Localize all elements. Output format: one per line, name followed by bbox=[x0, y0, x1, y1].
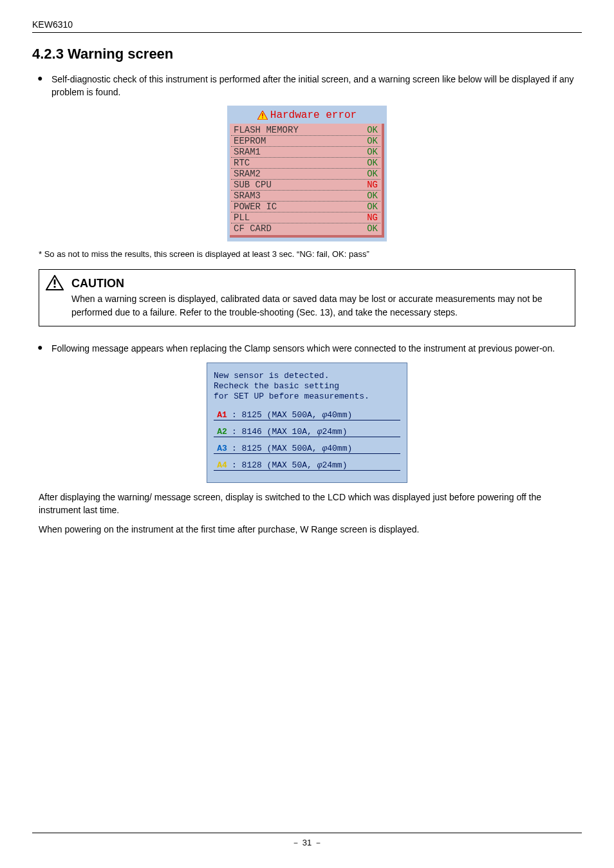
svg-rect-1 bbox=[262, 113, 263, 117]
hw-item-name: EEPROM bbox=[234, 136, 266, 146]
page-number: － 31 － bbox=[32, 837, 582, 849]
hw-item-name: PLL bbox=[234, 212, 250, 223]
hw-item-name: CF CARD bbox=[234, 223, 272, 234]
page-footer: － 31 － bbox=[32, 833, 582, 849]
sensor-row: A3: 8125 (MAX 500A, φ40mm) bbox=[214, 444, 400, 454]
hw-item-name: FLASH MEMORY bbox=[234, 125, 299, 135]
hw-row: PLLNG bbox=[231, 212, 380, 223]
hw-row: SUB CPUNG bbox=[231, 180, 380, 191]
sensor-row: A1: 8125 (MAX 500A, φ40mm) bbox=[214, 410, 400, 420]
hw-item-status: NG bbox=[367, 212, 378, 223]
svg-rect-4 bbox=[54, 279, 56, 285]
sensor-rows: A1: 8125 (MAX 500A, φ40mm)A2: 8146 (MAX … bbox=[214, 410, 400, 471]
caution-icon bbox=[46, 275, 71, 319]
sensor-channel: A4 bbox=[215, 460, 229, 470]
sensor-desc: : 8128 (MAX 50A, φ24mm) bbox=[232, 460, 347, 470]
bullet-item: ● Following message appears when replaci… bbox=[37, 342, 582, 355]
hw-caption: * So as not to miss the results, this sc… bbox=[39, 249, 575, 259]
hw-item-status: OK bbox=[367, 191, 378, 201]
hw-item-status: OK bbox=[367, 169, 378, 179]
hw-item-status: OK bbox=[367, 158, 378, 168]
hardware-error-title: Hardware error bbox=[230, 108, 384, 124]
hw-item-name: SRAM3 bbox=[234, 191, 261, 201]
close-quote: ” bbox=[366, 249, 369, 259]
section-number: 4.2.3 bbox=[32, 46, 64, 62]
svg-rect-2 bbox=[262, 117, 263, 118]
hw-item-name: SRAM2 bbox=[234, 169, 261, 179]
sensor-message: New sensor is detected. Recheck the basi… bbox=[214, 371, 400, 402]
hw-item-status: OK bbox=[367, 202, 378, 212]
hw-row: EEPROMOK bbox=[231, 136, 380, 147]
hw-item-name: SUB CPU bbox=[234, 180, 272, 190]
hw-caption-quote: NG: fail, OK: pass bbox=[299, 249, 366, 259]
footer-rule bbox=[32, 833, 582, 833]
bullet-text: Self-diagnostic check of this instrument… bbox=[51, 73, 582, 99]
hw-row: RTCOK bbox=[231, 158, 380, 169]
hw-item-status: OK bbox=[367, 125, 378, 135]
warning-icon bbox=[257, 111, 268, 120]
sensor-row: A4: 8128 (MAX 50A, φ24mm) bbox=[214, 460, 400, 471]
hw-row: FLASH MEMORYOK bbox=[231, 125, 380, 136]
hw-row: CF CARDOK bbox=[231, 223, 380, 234]
section-title-text: Warning screen bbox=[68, 46, 173, 62]
sensor-desc: : 8125 (MAX 500A, φ40mm) bbox=[232, 410, 352, 420]
hw-row: SRAM2OK bbox=[231, 169, 380, 180]
hw-item-status: OK bbox=[367, 223, 378, 234]
sensor-row: A2: 8146 (MAX 10A, φ24mm) bbox=[214, 427, 400, 437]
hw-item-status: NG bbox=[367, 180, 378, 190]
hw-row: SRAM3OK bbox=[231, 191, 380, 202]
sensor-desc: : 8125 (MAX 500A, φ40mm) bbox=[232, 444, 352, 453]
sensor-desc: : 8146 (MAX 10A, φ24mm) bbox=[232, 427, 347, 437]
hardware-error-screenshot: Hardware error FLASH MEMORYOKEEPROMOKSRA… bbox=[227, 106, 387, 241]
hw-item-status: OK bbox=[367, 147, 378, 157]
sensor-channel: A3 bbox=[215, 444, 229, 453]
after-note-1: After displaying the warning/ message sc… bbox=[39, 491, 575, 517]
after-note-2: When powering on the instrument at the f… bbox=[39, 523, 575, 536]
section-title: 4.2.3 Warning screen bbox=[32, 46, 582, 62]
hardware-error-table: FLASH MEMORYOKEEPROMOKSRAM1OKRTCOKSRAM2O… bbox=[230, 124, 384, 238]
hw-item-name: RTC bbox=[234, 158, 250, 168]
bullet-text: Following message appears when replacing… bbox=[51, 342, 582, 355]
caution-box: CAUTION When a warning screen is display… bbox=[39, 269, 575, 326]
bullet-item: ● Self-diagnostic check of this instrume… bbox=[37, 73, 582, 99]
hw-item-name: POWER IC bbox=[234, 202, 277, 212]
sensor-channel: A1 bbox=[215, 410, 229, 420]
caution-label: CAUTION bbox=[71, 277, 124, 290]
header-rule bbox=[32, 32, 582, 33]
hardware-error-title-text: Hardware error bbox=[270, 109, 357, 121]
hw-caption-text: * So as not to miss the results, this sc… bbox=[39, 249, 297, 259]
bullet-dot: ● bbox=[37, 73, 51, 99]
hw-row: POWER ICOK bbox=[231, 202, 380, 212]
hw-item-name: SRAM1 bbox=[234, 147, 261, 157]
sensor-channel: A2 bbox=[215, 427, 229, 437]
bullet-dot: ● bbox=[37, 342, 51, 355]
page-header: KEW6310 bbox=[32, 19, 582, 30]
caution-text: When a warning screen is displayed, cali… bbox=[71, 294, 543, 317]
sensor-detected-screenshot: New sensor is detected. Recheck the basi… bbox=[207, 363, 407, 483]
svg-rect-5 bbox=[54, 286, 56, 288]
caution-body: CAUTION When a warning screen is display… bbox=[71, 275, 568, 319]
hw-row: SRAM1OK bbox=[231, 147, 380, 158]
hw-item-status: OK bbox=[367, 136, 378, 146]
